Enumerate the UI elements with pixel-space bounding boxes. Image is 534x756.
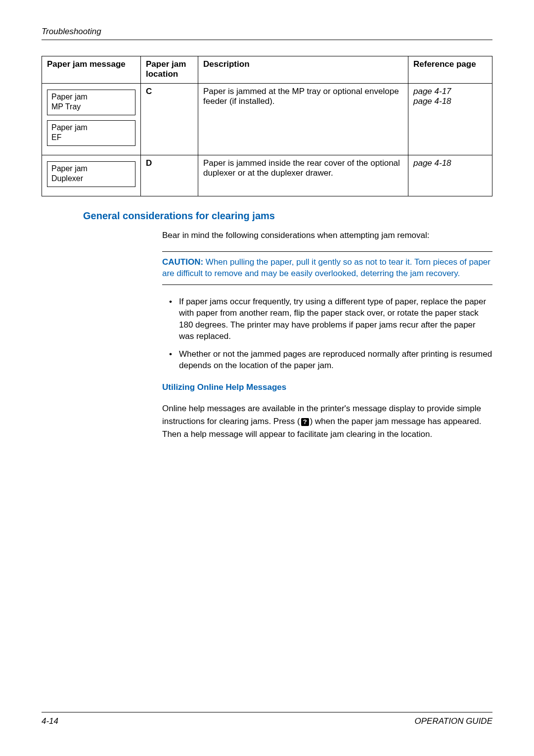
message-box: Paper jam Duplexer	[47, 161, 135, 187]
message-box: Paper jam EF	[47, 120, 135, 146]
message-line: Paper jam	[51, 123, 131, 133]
message-line: Duplexer	[51, 174, 131, 184]
page-footer: 4-14 OPERATION GUIDE	[42, 712, 492, 726]
cell-description: Paper is jammed at the MP tray or option…	[198, 84, 408, 155]
table-header-row: Paper jam message Paper jam location Des…	[42, 56, 492, 84]
list-item: Whether or not the jammed pages are repr…	[162, 348, 492, 372]
list-item: If paper jams occur frequently, try usin…	[162, 296, 492, 342]
sub-heading: Utilizing Online Help Messages	[162, 382, 492, 392]
message-line: EF	[51, 133, 131, 142]
cell-location: C	[141, 84, 198, 155]
cell-messages: Paper jam MP Tray Paper jam EF	[42, 84, 141, 155]
caution-label: CAUTION:	[162, 257, 203, 267]
help-icon: ?	[301, 418, 309, 426]
guide-name: OPERATION GUIDE	[415, 716, 492, 726]
message-line: Paper jam	[51, 92, 131, 102]
intro-paragraph: Bear in mind the following consideration…	[162, 231, 492, 240]
cell-references: page 4-17 page 4-18	[408, 84, 492, 155]
reference-link: page 4-17	[413, 87, 487, 96]
table-row: Paper jam Duplexer D Paper is jammed ins…	[42, 155, 492, 196]
page-number: 4-14	[42, 716, 58, 726]
reference-link: page 4-18	[413, 96, 487, 106]
message-box: Paper jam MP Tray	[47, 90, 135, 115]
cell-messages: Paper jam Duplexer	[42, 155, 141, 196]
online-help-paragraph: Online help messages are available in th…	[162, 402, 492, 441]
table-row: Paper jam MP Tray Paper jam EF C Paper i…	[42, 84, 492, 155]
page-header: Troubleshooting	[42, 27, 492, 40]
caution-body: When pulling the paper, pull it gently s…	[162, 257, 490, 278]
caution-block: CAUTION: When pulling the paper, pull it…	[162, 251, 492, 285]
considerations-list: If paper jams occur frequently, try usin…	[162, 296, 492, 372]
message-line: Paper jam	[51, 164, 131, 174]
th-message: Paper jam message	[42, 56, 141, 84]
th-description: Description	[198, 56, 408, 84]
message-line: MP Tray	[51, 102, 131, 112]
cell-references: page 4-18	[408, 155, 492, 196]
th-reference: Reference page	[408, 56, 492, 84]
th-location: Paper jam location	[141, 56, 198, 84]
paper-jam-table: Paper jam message Paper jam location Des…	[42, 56, 492, 196]
reference-link: page 4-18	[413, 158, 487, 168]
cell-location: D	[141, 155, 198, 196]
section-heading: General considerations for clearing jams	[83, 210, 492, 222]
cell-description: Paper is jammed inside the rear cover of…	[198, 155, 408, 196]
